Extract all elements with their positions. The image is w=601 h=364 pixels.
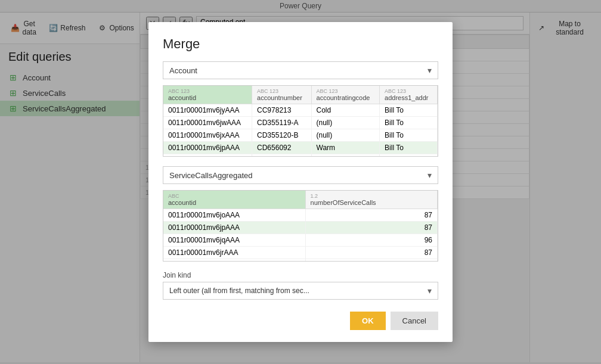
bottom-table-cell: 0011r00001mv6jrAAA: [163, 247, 305, 259]
col-accountid-header[interactable]: ABC 123 accountid: [163, 86, 252, 104]
bottom-merge-table: ABC accountid 1.2 numberOfServiceCalls 0…: [163, 191, 438, 262]
top-table-row[interactable]: 0011r00001mv6jyAAACC978213ColdBill To: [163, 104, 438, 117]
bottom-table-header: ABC accountid 1.2 numberOfServiceCalls: [163, 191, 438, 209]
top-table-cell: 0011r00001mv6jxAAA: [163, 129, 252, 142]
top-table-row[interactable]: 0011r00001mv6jqAAACC213425(null)Bill To: [163, 154, 438, 157]
top-table-row[interactable]: 0011r00001mv6jxAAACD355120-B(null)Bill T…: [163, 129, 438, 142]
bottom-table-cell: 87: [305, 247, 437, 259]
cancel-button[interactable]: Cancel: [391, 312, 438, 330]
top-table-container: ABC 123 accountid ABC 123 accountnumber …: [163, 85, 438, 157]
accountid-col-type: ABC 123: [168, 88, 247, 94]
col-accountratingcode-header[interactable]: ABC 123 accountratingcode: [311, 86, 380, 104]
join-kind-dropdown[interactable]: Left outer (all from first, matching fro…: [163, 282, 438, 300]
bottom-table-cell: 0011r00001mv6jqAAA: [163, 234, 305, 247]
bottom-table-row[interactable]: 0011r00001mv6jsAAA87: [163, 259, 438, 262]
top-table-header: ABC 123 accountid ABC 123 accountnumber …: [163, 86, 438, 104]
bottom-table-container: ABC accountid 1.2 numberOfServiceCalls 0…: [163, 190, 438, 262]
top-table-cell: (null): [311, 129, 380, 142]
modal-overlay: Merge Account ABC 123 accountid ABC 123: [0, 0, 601, 364]
top-table-row[interactable]: 0011r00001mv6jwAAACD355119-A(null)Bill T…: [163, 117, 438, 129]
top-table-cell: CC213425: [252, 154, 311, 157]
bottom-table-dropdown[interactable]: ServiceCallsAggregated: [163, 166, 438, 184]
modal-title: Merge: [163, 36, 438, 52]
modal-footer: OK Cancel: [163, 312, 438, 330]
top-table-cell: (null): [311, 117, 380, 129]
top-dropdown-value: Account: [169, 66, 197, 75]
top-table-cell: CD355119-A: [252, 117, 311, 129]
top-merge-table: ABC 123 accountid ABC 123 accountnumber …: [163, 86, 438, 157]
bottom-numberOfServiceCalls-type: 1.2: [311, 193, 432, 199]
bottom-table-row[interactable]: 0011r00001mv6jpAAA87: [163, 222, 438, 234]
address1-col-type: ABC 123: [385, 88, 432, 94]
bottom-table-row[interactable]: 0011r00001mv6jrAAA87: [163, 247, 438, 259]
bottom-table-row[interactable]: 0011r00001mv6joAAA87: [163, 209, 438, 222]
bottom-table-cell: 0011r00001mv6joAAA: [163, 209, 305, 222]
accountratingcode-col-type: ABC 123: [317, 88, 375, 94]
bottom-table-cell: 87: [305, 222, 437, 234]
bottom-col-numberOfServiceCalls-header[interactable]: 1.2 numberOfServiceCalls: [305, 191, 437, 209]
join-kind-label: Join kind: [163, 271, 438, 279]
accountnumber-col-type: ABC 123: [257, 88, 306, 94]
bottom-col-accountid-header[interactable]: ABC accountid: [163, 191, 305, 209]
col-accountnumber-header[interactable]: ABC 123 accountnumber: [252, 86, 311, 104]
top-table-cell: Bill To: [380, 104, 438, 117]
top-table-cell: Bill To: [380, 142, 438, 154]
top-table-cell: Cold: [311, 104, 380, 117]
col-address1-header[interactable]: ABC 123 address1_addr: [380, 86, 438, 104]
top-table-cell: 0011r00001mv6jwAAA: [163, 117, 252, 129]
top-table-cell: CD355120-B: [252, 129, 311, 142]
bottom-table-body: 0011r00001mv6joAAA870011r00001mv6jpAAA87…: [163, 209, 438, 262]
top-table-cell: CC978213: [252, 104, 311, 117]
top-table-cell: 0011r00001mv6jpAAA: [163, 142, 252, 154]
top-table-cell: (null): [311, 154, 380, 157]
merge-modal: Merge Account ABC 123 accountid ABC 123: [148, 22, 453, 342]
bottom-table-row[interactable]: 0011r00001mv6jqAAA96: [163, 234, 438, 247]
top-table-cell: 0011r00001mv6jyAAA: [163, 104, 252, 117]
top-dropdown-chevron: [427, 66, 432, 75]
bottom-table-cell: 0011r00001mv6jsAAA: [163, 259, 305, 262]
join-kind-value: Left outer (all from first, matching fro…: [169, 287, 309, 295]
join-kind-section: Join kind Left outer (all from first, ma…: [163, 271, 438, 300]
bottom-table-cell: 87: [305, 209, 437, 222]
bottom-table-cell: 87: [305, 259, 437, 262]
top-table-dropdown[interactable]: Account: [163, 61, 438, 79]
bottom-table-cell: 0011r00001mv6jpAAA: [163, 222, 305, 234]
top-table-cell: CD656092: [252, 142, 311, 154]
join-kind-chevron: [427, 286, 432, 295]
bottom-dropdown-value: ServiceCallsAggregated: [169, 171, 252, 180]
bottom-table-cell: 96: [305, 234, 437, 247]
top-table-cell: 0011r00001mv6jqAAA: [163, 154, 252, 157]
top-table-cell: Bill To: [380, 117, 438, 129]
top-table-body: 0011r00001mv6jyAAACC978213ColdBill To001…: [163, 104, 438, 157]
top-table-cell: Bill To: [380, 129, 438, 142]
top-table-row[interactable]: 0011r00001mv6jpAAACD656092WarmBill To: [163, 142, 438, 154]
ok-button[interactable]: OK: [350, 312, 386, 330]
bottom-accountid-type: ABC: [168, 193, 300, 199]
top-table-cell: Warm: [311, 142, 380, 154]
bottom-dropdown-chevron: [427, 170, 432, 180]
top-table-cell: Bill To: [380, 154, 438, 157]
